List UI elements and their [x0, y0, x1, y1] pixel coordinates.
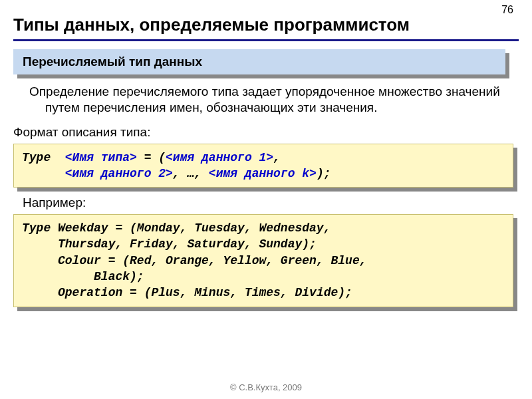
page-number: 76	[501, 4, 513, 16]
code-text: = (	[137, 151, 166, 164]
subtitle: Перечисляемый тип данных	[13, 49, 505, 74]
code-block-format: Type <Имя типа> = (<имя данного 1>, <имя…	[13, 144, 513, 188]
code-kw: Type	[22, 151, 65, 164]
code-meta: <имя данного k>	[209, 167, 317, 180]
code-text: );	[317, 167, 331, 180]
example-label: Например:	[23, 196, 519, 210]
code-meta: <Имя типа>	[65, 151, 137, 164]
code-text: , …,	[173, 167, 209, 180]
format-label: Формат описания типа:	[13, 125, 519, 140]
code-format: Type <Имя типа> = (<имя данного 1>, <имя…	[13, 144, 513, 188]
footer-copyright: © С.В.Кухта, 2009	[0, 382, 532, 392]
title-underline	[13, 39, 519, 41]
slide-title: Типы данных, определяемые программистом	[13, 15, 519, 35]
subtitle-box: Перечисляемый тип данных	[13, 49, 505, 74]
code-example: Type Weekday = (Monday, Tuesday, Wednesd…	[13, 214, 513, 307]
body-text: Определение перечисляемого типа задает у…	[29, 84, 505, 116]
code-block-example: Type Weekday = (Monday, Tuesday, Wednesd…	[13, 214, 513, 307]
code-meta: <имя данного 1>	[166, 151, 273, 164]
code-meta: <имя данного 2>	[65, 167, 173, 180]
